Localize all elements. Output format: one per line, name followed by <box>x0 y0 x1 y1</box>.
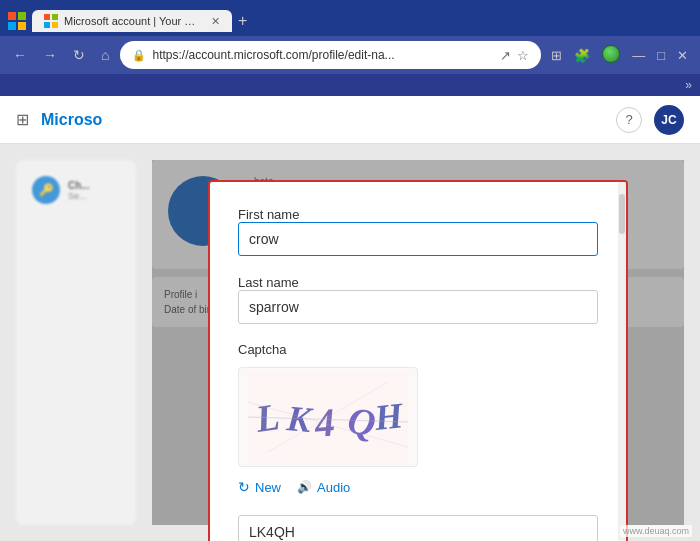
refresh-captcha-icon: ↻ <box>238 479 250 495</box>
refresh-button[interactable]: ↻ <box>68 45 90 65</box>
ms-grid-icon[interactable]: ⊞ <box>16 110 29 129</box>
first-name-label: First name <box>238 207 299 222</box>
back-button[interactable]: ← <box>8 45 32 65</box>
close-icon[interactable]: ✕ <box>673 46 692 65</box>
svg-rect-5 <box>52 14 58 20</box>
bg-sidebar-sub: Se... <box>68 191 90 201</box>
bg-sidebar-title: Ch... <box>68 180 90 191</box>
last-name-label: Last name <box>238 275 299 290</box>
collections-icon[interactable]: ⊞ <box>547 46 566 65</box>
home-button[interactable]: ⌂ <box>96 45 114 65</box>
user-avatar[interactable]: JC <box>654 105 684 135</box>
lock-icon: 🔒 <box>132 49 146 62</box>
url-text: https://account.microsoft.com/profile/ed… <box>152 48 494 62</box>
ms-header: ⊞ Microso ? JC <box>0 96 700 144</box>
minimize-icon[interactable]: — <box>628 46 649 65</box>
svg-rect-3 <box>18 22 26 30</box>
svg-text:4: 4 <box>312 399 337 446</box>
captcha-image: L K 4 Q H <box>238 367 418 467</box>
browser-logo <box>8 12 26 30</box>
audio-label: Audio <box>317 480 350 495</box>
captcha-input[interactable] <box>238 515 598 541</box>
extensions-icon[interactable]: 🧩 <box>570 46 594 65</box>
new-tab-button[interactable]: + <box>238 12 247 30</box>
browser-window: Microsoft account | Your profile ✕ + ← →… <box>0 0 700 96</box>
tab-title: Microsoft account | Your profile <box>64 15 199 27</box>
profile-icon[interactable] <box>598 43 624 68</box>
audio-captcha-button[interactable]: 🔊 Audio <box>297 479 350 495</box>
new-label: New <box>255 480 281 495</box>
tab-favicon <box>44 14 58 28</box>
nav-icons: ⊞ 🧩 — □ ✕ <box>547 43 692 68</box>
first-name-input[interactable] <box>238 222 598 256</box>
audio-icon: 🔊 <box>297 480 312 494</box>
active-tab[interactable]: Microsoft account | Your profile ✕ <box>32 10 232 32</box>
svg-rect-7 <box>52 22 58 28</box>
captcha-svg: L K 4 Q H <box>248 372 408 462</box>
help-button[interactable]: ? <box>616 107 642 133</box>
svg-rect-1 <box>18 12 26 20</box>
captcha-label: Captcha <box>238 342 598 357</box>
svg-text:H: H <box>372 395 406 438</box>
modal-overlay: First name Last name Captcha <box>152 160 684 525</box>
captcha-controls: ↻ New 🔊 Audio <box>238 479 598 495</box>
watermark: www.deuaq.com <box>620 525 692 537</box>
svg-rect-0 <box>8 12 16 20</box>
address-bar[interactable]: 🔒 https://account.microsoft.com/profile/… <box>120 41 541 69</box>
modal-scrollbar-thumb <box>619 194 625 234</box>
ms-header-right: ? JC <box>616 105 684 135</box>
extensions-bar: » <box>0 74 700 96</box>
tab-close-button[interactable]: ✕ <box>211 15 220 28</box>
edit-name-modal: First name Last name Captcha <box>208 180 628 541</box>
forward-button[interactable]: → <box>38 45 62 65</box>
svg-rect-4 <box>44 14 50 20</box>
more-extensions-icon[interactable]: » <box>685 78 692 92</box>
new-captcha-button[interactable]: ↻ New <box>238 479 281 495</box>
page-background: ⊞ Microso ? JC 🔑 Ch... Se... <box>0 96 700 541</box>
last-name-input[interactable] <box>238 290 598 324</box>
maximize-icon[interactable]: □ <box>653 46 669 65</box>
tab-bar: Microsoft account | Your profile ✕ + <box>0 0 700 36</box>
nav-bar: ← → ↻ ⌂ 🔒 https://account.microsoft.com/… <box>0 36 700 74</box>
share-icon: ↗ <box>500 48 511 63</box>
modal-scrollbar[interactable] <box>618 182 626 541</box>
background-sidebar: 🔑 Ch... Se... <box>16 160 136 525</box>
main-content-area: hoto ft Full nam Juan De name Profile i … <box>152 160 684 525</box>
ms-logo: Microso <box>41 111 102 129</box>
star-icon[interactable]: ☆ <box>517 48 529 63</box>
svg-rect-6 <box>44 22 50 28</box>
svg-rect-2 <box>8 22 16 30</box>
page-content: 🔑 Ch... Se... hoto ft Full nam <box>0 144 700 541</box>
